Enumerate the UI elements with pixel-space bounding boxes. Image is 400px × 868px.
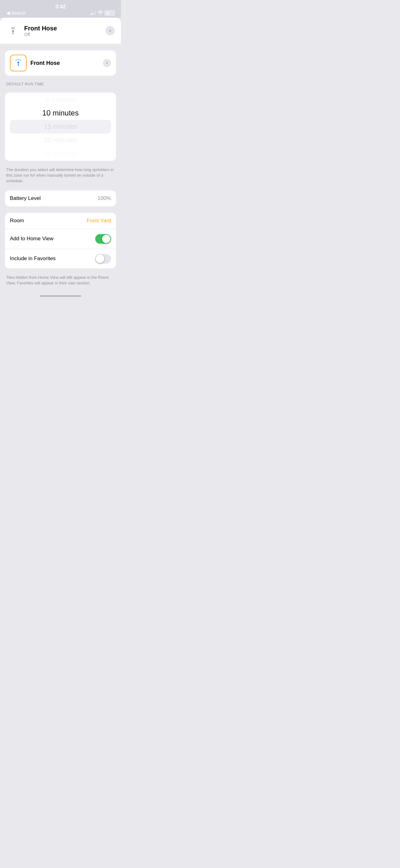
footer-text: Tiles hidden from Home View will still a… bbox=[5, 275, 116, 286]
picker-item-10min: 10 minutes bbox=[5, 106, 116, 120]
status-time: 3:42 bbox=[55, 4, 66, 10]
picker-container[interactable]: 5 minutes 10 minutes 15 minutes 20 minut… bbox=[5, 93, 116, 161]
header-status: Off bbox=[24, 32, 57, 37]
status-right: 42 bbox=[90, 10, 115, 16]
svg-point-6 bbox=[15, 60, 16, 61]
room-value: Front Yard bbox=[87, 218, 111, 224]
battery-icon: 42 bbox=[105, 10, 115, 16]
back-label: Search bbox=[11, 10, 26, 16]
svg-point-9 bbox=[19, 59, 20, 60]
battery-value: 100% bbox=[98, 195, 111, 202]
home-view-row: Add to Home View bbox=[5, 229, 116, 249]
home-bar bbox=[40, 295, 81, 297]
header-text-block: Front Hose Off bbox=[24, 25, 57, 37]
main-content: Front Hose × DEFAULT RUN TIME 5 minutes … bbox=[0, 44, 121, 292]
svg-point-7 bbox=[16, 59, 18, 60]
section-label: DEFAULT RUN TIME bbox=[5, 82, 116, 86]
back-button[interactable]: ◀ Search bbox=[6, 10, 26, 16]
status-left: ◀ Search bbox=[6, 4, 26, 16]
svg-point-8 bbox=[18, 59, 19, 60]
home-view-toggle[interactable] bbox=[95, 234, 111, 244]
header-close-button[interactable]: × bbox=[105, 26, 115, 35]
svg-point-2 bbox=[12, 30, 14, 32]
header-left: Front Hose Off bbox=[6, 24, 57, 37]
signal-bars-icon bbox=[90, 11, 96, 15]
picker-item-20min: 20 minutes bbox=[5, 133, 116, 147]
header-close-icon: × bbox=[109, 28, 111, 33]
picker-item-5min: 5 minutes bbox=[5, 93, 116, 106]
battery-level: 42 bbox=[106, 11, 110, 15]
picker-item-25min: 25 minutes bbox=[5, 147, 116, 161]
device-card-close-icon: × bbox=[106, 61, 108, 65]
device-card: Front Hose × bbox=[5, 50, 116, 76]
device-icon-orange bbox=[10, 55, 27, 71]
svg-point-10 bbox=[20, 60, 22, 61]
battery-row: Battery Level 100% bbox=[5, 190, 116, 207]
settings-card: Room Front Yard Add to Home View Include… bbox=[5, 213, 116, 269]
room-row[interactable]: Room Front Yard bbox=[5, 213, 116, 229]
wifi-icon bbox=[98, 10, 103, 16]
favorites-row: Include in Favorites bbox=[5, 249, 116, 269]
home-view-label: Add to Home View bbox=[10, 236, 53, 242]
status-bar: ◀ Search 3:42 42 bbox=[0, 0, 121, 18]
device-card-close-button[interactable]: × bbox=[103, 59, 111, 67]
header-panel: Front Hose Off × bbox=[0, 18, 121, 44]
svg-point-5 bbox=[18, 62, 19, 64]
room-label: Room bbox=[10, 218, 24, 224]
battery-card: Battery Level 100% bbox=[5, 190, 116, 207]
device-card-left: Front Hose bbox=[10, 55, 60, 71]
favorites-toggle-thumb bbox=[96, 254, 104, 263]
favorites-label: Include in Favorites bbox=[10, 255, 56, 262]
device-icon-small bbox=[6, 24, 20, 37]
favorites-toggle[interactable] bbox=[95, 254, 111, 264]
battery-label: Battery Level bbox=[10, 195, 41, 202]
device-card-name: Front Hose bbox=[30, 60, 60, 66]
home-indicator bbox=[0, 292, 121, 303]
header-title: Front Hose bbox=[24, 25, 57, 32]
picker-help-text: The duration you select will determine h… bbox=[5, 167, 116, 184]
picker-item-15min: 15 minutes bbox=[5, 120, 116, 133]
picker-items: 5 minutes 10 minutes 15 minutes 20 minut… bbox=[5, 93, 116, 161]
home-view-toggle-thumb bbox=[102, 235, 110, 243]
back-chevron-icon: ◀ bbox=[6, 10, 10, 16]
